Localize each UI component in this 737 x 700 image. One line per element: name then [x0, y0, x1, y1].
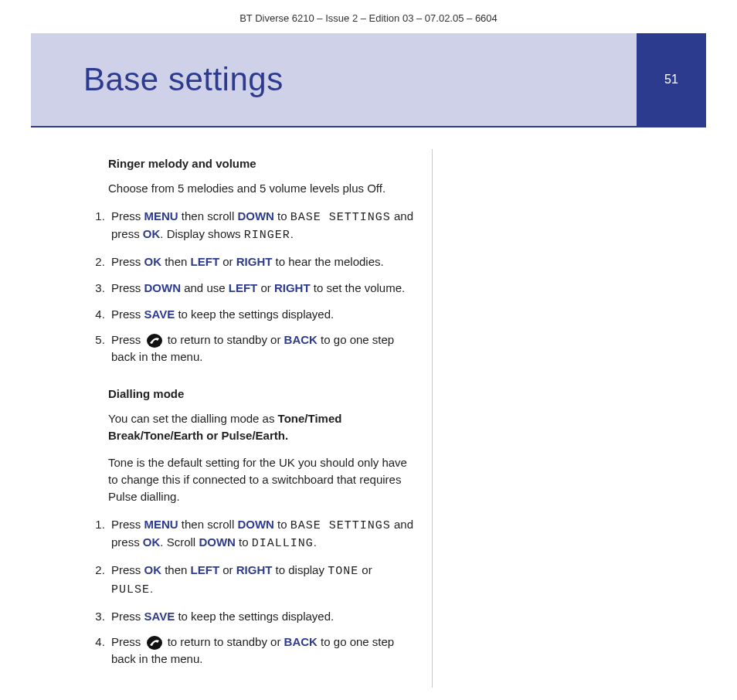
- page-number-box: 51: [637, 33, 706, 126]
- list-item: Press MENU then scroll DOWN to BASE SETT…: [108, 516, 413, 553]
- text: or: [219, 563, 236, 576]
- text: You can set the dialling mode as: [108, 412, 278, 425]
- text: then scroll: [178, 518, 238, 531]
- handset-icon: [146, 333, 163, 348]
- text: and use: [181, 281, 229, 294]
- text: . Scroll: [160, 535, 199, 549]
- key-down: DOWN: [144, 281, 182, 294]
- section1-intro: Choose from 5 melodies and 5 volume leve…: [108, 180, 413, 197]
- text: to: [274, 518, 290, 531]
- text: Press: [111, 255, 144, 268]
- text: .: [290, 227, 294, 240]
- text: to keep the settings displayed.: [175, 610, 334, 623]
- key-ok: OK: [143, 227, 161, 240]
- lcd-text: BASE SETTINGS: [290, 211, 391, 224]
- list-item: Press MENU then scroll DOWN to BASE SETT…: [108, 208, 413, 245]
- svg-point-1: [147, 636, 162, 650]
- text: Press: [111, 563, 144, 576]
- text: Press: [111, 308, 144, 321]
- list-item: Press to return to standby or BACK to go…: [108, 634, 413, 668]
- text: Press: [111, 610, 144, 623]
- section2-intro: You can set the dialling mode as Tone/Ti…: [108, 410, 413, 444]
- page-title: Base settings: [83, 61, 284, 98]
- text: or: [219, 255, 236, 268]
- lcd-text: DIALLING: [252, 537, 314, 550]
- section2-steps: Press MENU then scroll DOWN to BASE SETT…: [77, 516, 413, 668]
- key-menu: MENU: [144, 209, 178, 223]
- key-save: SAVE: [144, 610, 175, 623]
- section1-steps: Press MENU then scroll DOWN to BASE SETT…: [77, 208, 413, 366]
- key-menu: MENU: [144, 518, 178, 531]
- text: to return to standby or: [165, 333, 284, 346]
- key-down: DOWN: [237, 518, 274, 531]
- lcd-text: BASE SETTINGS: [290, 519, 391, 532]
- list-item: Press to return to standby or BACK to go…: [108, 331, 413, 365]
- key-ok: OK: [143, 535, 161, 549]
- key-left: LEFT: [229, 281, 258, 294]
- document-meta: BT Diverse 6210 – Issue 2 – Edition 03 –…: [0, 0, 737, 33]
- text: or: [257, 281, 274, 294]
- text: then: [161, 255, 191, 268]
- section2-intro2: Tone is the default setting for the UK y…: [108, 454, 413, 505]
- text: to: [236, 535, 252, 549]
- text: to: [274, 209, 290, 223]
- text: Press: [111, 209, 144, 223]
- list-item: Press SAVE to keep the settings displaye…: [108, 608, 413, 625]
- key-right: RIGHT: [274, 281, 311, 294]
- key-back: BACK: [284, 333, 318, 346]
- section2-heading: Dialling mode: [108, 386, 413, 403]
- list-item: Press OK then LEFT or RIGHT to hear the …: [108, 253, 413, 270]
- text: Press: [111, 635, 144, 648]
- key-down: DOWN: [199, 535, 236, 549]
- content-area: Ringer melody and volume Choose from 5 m…: [0, 127, 737, 688]
- lcd-text: TONE: [328, 565, 358, 578]
- text: Press: [111, 333, 144, 346]
- text: .: [314, 535, 317, 549]
- text: Press: [111, 518, 144, 531]
- key-ok: OK: [144, 563, 162, 576]
- list-item: Press OK then LEFT or RIGHT to display T…: [108, 562, 413, 599]
- svg-point-0: [147, 334, 162, 348]
- key-left: LEFT: [191, 563, 220, 576]
- key-left: LEFT: [191, 255, 220, 268]
- lcd-text: PULSE: [111, 583, 150, 596]
- list-item: Press DOWN and use LEFT or RIGHT to set …: [108, 280, 413, 297]
- text: then scroll: [178, 209, 238, 223]
- lcd-text: RINGER: [244, 229, 290, 242]
- key-ok: OK: [144, 255, 162, 268]
- text: to set the volume.: [311, 281, 406, 294]
- key-down: DOWN: [237, 209, 274, 223]
- key-right: RIGHT: [236, 563, 273, 576]
- text: to hear the melodies.: [272, 255, 383, 268]
- title-banner: Base settings 51: [31, 33, 706, 127]
- handset-icon: [146, 635, 163, 651]
- text: Press: [111, 281, 144, 294]
- text: to keep the settings displayed.: [175, 308, 334, 321]
- key-back: BACK: [284, 635, 318, 648]
- text: then: [161, 563, 191, 576]
- text: to return to standby or: [165, 635, 284, 648]
- text: to display: [272, 563, 328, 576]
- banner-left: Base settings: [31, 33, 637, 126]
- key-right: RIGHT: [236, 255, 273, 268]
- list-item: Press SAVE to keep the settings displaye…: [108, 306, 413, 323]
- manual-page: BT Diverse 6210 – Issue 2 – Edition 03 –…: [0, 0, 737, 700]
- text: or: [358, 563, 372, 576]
- left-column: Ringer melody and volume Choose from 5 m…: [31, 149, 433, 688]
- text: .: [150, 582, 153, 595]
- section1-heading: Ringer melody and volume: [108, 155, 413, 172]
- right-column: [433, 149, 706, 688]
- key-save: SAVE: [144, 308, 175, 321]
- text: . Display shows: [160, 227, 243, 240]
- page-number: 51: [664, 73, 678, 87]
